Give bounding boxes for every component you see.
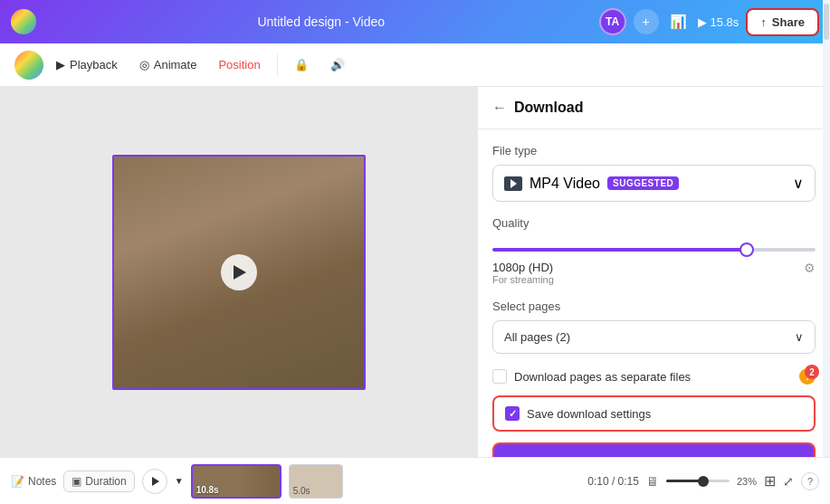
suggested-badge: SUGGESTED <box>607 176 679 190</box>
time-display: 0:10 / 0:15 <box>587 475 639 488</box>
monitor-icon[interactable]: 🖥 <box>646 474 659 489</box>
canvas-content <box>112 155 366 390</box>
quality-slider-container <box>492 239 816 255</box>
toolbar-animate[interactable]: ◎ Animate <box>130 52 206 77</box>
bottom-right-controls: 0:10 / 0:15 🖥 23% ⊞ ⤢ ? <box>587 472 819 490</box>
duration-button[interactable]: ▣ Duration <box>63 471 134 492</box>
quality-label: Quality <box>492 216 816 230</box>
video-play-button[interactable] <box>221 254 257 290</box>
grid-icon[interactable]: ⊞ <box>764 472 776 490</box>
volume-icon: 🔊 <box>330 58 345 71</box>
quality-value: 1080p (HD) <box>492 261 554 274</box>
file-type-dropdown[interactable]: MP4 Video SUGGESTED ∨ <box>492 165 816 202</box>
toolbar-playback[interactable]: ▶ Playback <box>47 52 127 77</box>
zoom-controls <box>666 480 730 482</box>
quality-info: 1080p (HD) For streaming ⚙ <box>492 261 816 285</box>
lock-icon: 🔒 <box>294 58 309 71</box>
mp4-icon <box>504 176 522 191</box>
save-settings-left: Save download settings <box>505 406 651 421</box>
clip-1[interactable]: 10.8s <box>191 464 281 499</box>
toolbar-lock[interactable]: 🔒 <box>285 52 318 77</box>
pages-dropdown[interactable]: All pages (2) ∨ <box>492 320 816 354</box>
main-area: ← Download File type MP4 Video SUGGESTED… <box>0 87 830 457</box>
pages-value: All pages (2) <box>504 330 570 344</box>
bottom-bar: 📝 Notes ▣ Duration ▼ 10.8s 5.0s 0:10 / 0… <box>0 457 830 504</box>
add-button[interactable]: + <box>634 9 659 34</box>
timeline-area: ▼ 10.8s 5.0s <box>142 464 581 499</box>
clip-2-duration: 5.0s <box>293 486 339 496</box>
download-pages-checkbox[interactable] <box>492 369 507 384</box>
file-type-value: MP4 Video <box>529 176 600 192</box>
download-pages-row[interactable]: Download pages as separate files ! 2 <box>492 368 816 385</box>
quality-slider[interactable] <box>492 248 816 252</box>
zoom-slider[interactable] <box>666 480 730 482</box>
fullscreen-icon[interactable]: ⤢ <box>783 474 794 489</box>
play-time[interactable]: ▶ 15.8s <box>698 15 739 29</box>
share-button[interactable]: ↑ Share <box>746 8 819 36</box>
clip-2[interactable]: 5.0s <box>289 464 343 499</box>
download-button[interactable]: Download <box>492 442 816 457</box>
separator <box>277 54 278 76</box>
header-title: Untitled design - Video <box>51 14 592 29</box>
animate-icon: ◎ <box>139 58 149 71</box>
select-pages-label: Select pages <box>492 300 816 313</box>
chevron-down-icon: ∨ <box>793 175 804 192</box>
badge-2: 2 <box>805 365 819 379</box>
save-settings-label: Save download settings <box>527 407 651 421</box>
logo[interactable] <box>11 9 36 34</box>
toolbar: ▶ Playback ◎ Animate Position 🔒 🔊 <box>0 43 830 87</box>
share-icon: ↑ <box>760 15 767 29</box>
canvas-area[interactable] <box>0 87 477 457</box>
toolbar-position[interactable]: Position <box>209 52 269 77</box>
help-icon[interactable]: ? <box>801 472 819 490</box>
header: Untitled design - Video TA + 📊 ▶ 15.8s ↑… <box>0 0 830 43</box>
select-pages-section: Select pages All pages (2) ∨ <box>492 300 816 354</box>
clip-1-duration: 10.8s <box>196 485 276 495</box>
duration-icon: ▣ <box>72 475 81 488</box>
panel-title: Download <box>514 100 583 116</box>
canva-logo[interactable] <box>14 51 43 80</box>
scrollbar-track[interactable] <box>823 87 830 457</box>
settings-icon[interactable]: ⚙ <box>804 261 816 275</box>
avatar: TA <box>599 8 626 35</box>
panel-back-button[interactable]: ← <box>492 100 507 116</box>
toolbar-volume[interactable]: 🔊 <box>321 52 354 77</box>
notes-icon: 📝 <box>11 475 24 488</box>
play-icon: ▶ <box>698 15 707 29</box>
save-settings-row[interactable]: Save download settings <box>492 395 816 432</box>
notes-button[interactable]: 📝 Notes <box>11 475 56 488</box>
panel-header: ← Download <box>478 87 830 129</box>
file-type-label: File type <box>492 144 816 157</box>
quality-section: Quality 1080p (HD) For streaming ⚙ <box>492 216 816 285</box>
quality-sub: For streaming <box>492 274 554 285</box>
chevron-down-pages-icon: ∨ <box>795 330 804 344</box>
stats-icon[interactable]: 📊 <box>666 10 691 33</box>
download-pages-label: Download pages as separate files <box>514 370 691 384</box>
video-thumbnail[interactable] <box>114 157 364 388</box>
timeline-play-button[interactable] <box>142 469 167 494</box>
save-settings-checkbox[interactable] <box>505 406 520 421</box>
download-panel: ← Download File type MP4 Video SUGGESTED… <box>477 87 830 457</box>
file-type-left: MP4 Video SUGGESTED <box>504 176 679 192</box>
panel-body: File type MP4 Video SUGGESTED ∨ Quality … <box>478 129 830 457</box>
zoom-percentage: 23% <box>737 476 757 487</box>
timeline-marker: ▼ <box>175 476 184 486</box>
playback-icon: ▶ <box>56 58 65 71</box>
